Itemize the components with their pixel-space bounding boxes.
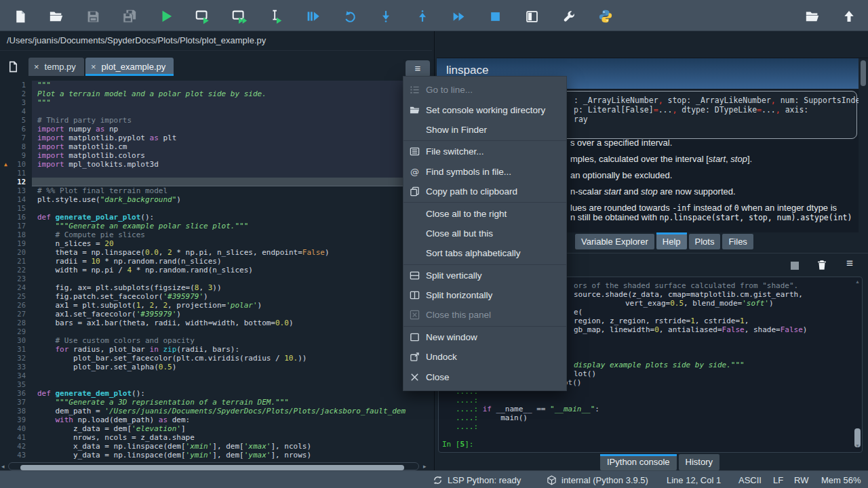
- line-number: 29: [0, 327, 32, 336]
- code-line-40: 40 z_data = dem['elevation']: [0, 424, 432, 433]
- tab-plots[interactable]: Plots: [689, 234, 721, 249]
- menu-item-label: Copy path to clipboard: [426, 186, 566, 197]
- editor-tab-plot-example-py[interactable]: ×plot_example.py: [85, 58, 174, 76]
- menu-item-show-in-finder[interactable]: Show in Finder: [403, 120, 566, 140]
- close-icon[interactable]: ×: [34, 62, 39, 72]
- run-cell-advance-button[interactable]: [231, 7, 248, 25]
- menu-item-split-vertically[interactable]: Split vertically: [403, 266, 566, 285]
- menu-item-split-horizontally[interactable]: Split horizontally: [403, 285, 566, 305]
- console-line: vert_exag=0.5, blend_mode='soft'): [625, 299, 774, 308]
- code-line-42: 42 x_data = np.linspace(dem['xmin'], dem…: [0, 442, 432, 451]
- code-line-18: 18 # Compute pie slices: [0, 230, 432, 239]
- menu-item-new-window[interactable]: New window: [403, 327, 566, 347]
- line-number: 19: [0, 239, 32, 248]
- trash-icon[interactable]: [816, 259, 828, 274]
- line-number: 20: [0, 248, 32, 257]
- open-file-icon: [49, 9, 64, 24]
- code-line-32: 32 plot_bar.set_facecolor(plt.cm.viridis…: [0, 354, 432, 363]
- parent-directory-icon: [842, 9, 856, 23]
- menu-item-file-switcher[interactable]: File switcher...: [403, 142, 566, 161]
- menu-item-label: Set console working directory: [426, 105, 566, 115]
- step-into-icon: [379, 9, 393, 23]
- menu-item-find-symbols-in-file[interactable]: @Find symbols in file...: [403, 162, 566, 182]
- step-return-button[interactable]: [414, 7, 431, 25]
- lsp-sync-icon: [433, 475, 443, 485]
- line-number: 10▲: [0, 160, 32, 169]
- split-h-icon: [410, 290, 426, 300]
- close-icon[interactable]: ×: [91, 62, 96, 72]
- menu-item-undock[interactable]: Undock: [403, 347, 566, 367]
- console-scrollbar[interactable]: ▲ ▼: [853, 278, 862, 451]
- hscroll-track[interactable]: [8, 462, 419, 470]
- menu-item-label: Close: [426, 372, 566, 382]
- file-icon[interactable]: [7, 60, 20, 76]
- run-cell-button[interactable]: [194, 7, 212, 25]
- tab-variable-explorer[interactable]: Variable Explorer: [575, 234, 654, 249]
- line-number: 5: [0, 116, 32, 125]
- console-options-button[interactable]: ≡: [846, 257, 853, 270]
- scroll-up-icon[interactable]: ▲: [855, 279, 860, 284]
- debug-file-button[interactable]: [304, 7, 321, 25]
- line-number: 16: [0, 213, 32, 222]
- hscroll-thumb[interactable]: [20, 465, 404, 470]
- code-line-15: 15: [0, 204, 432, 213]
- open-file-button[interactable]: [47, 7, 65, 25]
- code-line-22: 22 width = np.pi / 4 * np.random.rand(n_…: [0, 266, 432, 274]
- maximize-pane-button[interactable]: [523, 7, 540, 25]
- editor-tab-temp-py[interactable]: ×temp.py: [28, 58, 84, 76]
- run-cell-icon: [195, 8, 211, 24]
- code-line-6: 6import numpy as np: [0, 125, 432, 134]
- new-file-button[interactable]: [11, 7, 28, 25]
- save-all-button[interactable]: [121, 7, 138, 25]
- step-into-button[interactable]: [377, 7, 395, 25]
- tab-help[interactable]: Help: [656, 234, 687, 249]
- menu-item-close-all-but-this[interactable]: Close all but this: [403, 224, 566, 243]
- code-line-26: 26 ax1 = plt.subplot(1, 2, 2, projection…: [0, 301, 432, 310]
- re-run-cell-button[interactable]: [340, 7, 358, 25]
- preferences-button[interactable]: [559, 7, 577, 25]
- warning-icon: ▲: [4, 160, 7, 169]
- code-line-16: 16def generate_polar_plot():: [0, 213, 432, 222]
- code-line-43: 43 y_data = np.linspace(dem['ymin'], dem…: [0, 451, 432, 460]
- menu-item-label: Close all but this: [426, 228, 566, 239]
- at-icon: @: [410, 167, 426, 177]
- line-number: 31: [0, 345, 32, 354]
- line-number: 33: [0, 363, 32, 371]
- scroll-down-icon[interactable]: ▼: [855, 443, 860, 448]
- code-editor[interactable]: 1"""2Plot a terrain model and a polar pl…: [0, 76, 432, 462]
- code-line-28: 28 bars = ax1.bar(theta, radii, width=wi…: [0, 319, 432, 327]
- help-text-fragment: an optionally be excluded.: [570, 170, 672, 180]
- run-file-button[interactable]: [157, 7, 175, 25]
- parent-directory-button[interactable]: [840, 7, 858, 25]
- editor-options-button[interactable]: ≡: [406, 60, 430, 77]
- code-line-10: 10▲import mpl_toolkits.mplot3d: [0, 160, 432, 169]
- menu-item-copy-path-to-clipboard[interactable]: Copy path to clipboard: [403, 182, 566, 201]
- line-number: 14: [0, 195, 32, 204]
- tab-files[interactable]: Files: [722, 234, 753, 249]
- menu-item-sort-tabs-alphabetically[interactable]: Sort tabs alphabetically: [403, 243, 566, 263]
- continue-button[interactable]: [450, 7, 467, 25]
- interrupt-kernel-icon[interactable]: [791, 262, 799, 270]
- python-env-button[interactable]: [597, 7, 614, 25]
- open-directory-button[interactable]: [804, 7, 821, 25]
- help-scroll-thumb[interactable]: [861, 60, 866, 86]
- tab-ipython-console[interactable]: IPython console: [600, 454, 677, 470]
- copy-icon: [410, 186, 426, 197]
- line-number: 35: [0, 380, 32, 389]
- menu-item-close-all-to-the-right[interactable]: Close all to the right: [403, 203, 566, 223]
- editor-context-menu: Go to line...Set console working directo…: [403, 76, 567, 391]
- save-icon: [86, 9, 100, 24]
- help-text-fragment: n still be obtained with np.linspace(sta…: [570, 212, 852, 222]
- menu-item-close[interactable]: Close: [403, 367, 566, 386]
- menu-item-close-this-panel: Close this panel: [403, 305, 566, 325]
- tab-history[interactable]: History: [679, 454, 719, 470]
- line-number: 41: [0, 433, 32, 442]
- save-button[interactable]: [84, 7, 102, 25]
- help-text-fragment: lues are rounded towards -inf instead of…: [570, 203, 837, 213]
- help-scrollbar[interactable]: [859, 58, 868, 234]
- menu-item-set-console-working-directory[interactable]: Set console working directory: [403, 100, 566, 119]
- stop-button[interactable]: [486, 7, 504, 25]
- signature-fragment: : _ArrayLikeNumber, stop: _ArrayLikeNumb…: [574, 96, 868, 105]
- line-number: 28: [0, 319, 32, 327]
- run-selection-button[interactable]: [267, 7, 285, 25]
